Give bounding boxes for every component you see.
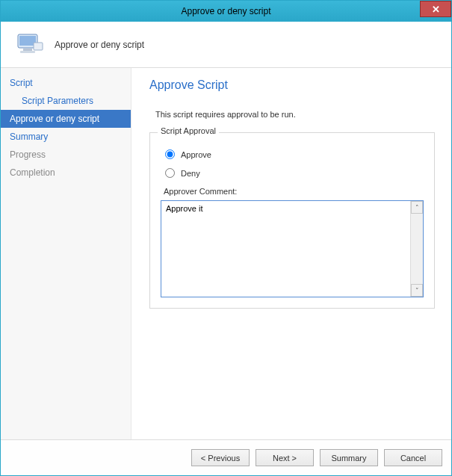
close-icon: ✕ xyxy=(432,4,440,15)
radio-approve-label: Approve xyxy=(181,150,211,159)
wizard-body: Script Script Parameters Approve or deny… xyxy=(1,68,451,439)
textarea-scrollbar[interactable]: ˄ ˅ xyxy=(410,201,423,297)
approver-comment-field-wrap: ˄ ˅ xyxy=(161,200,424,297)
sidebar-item-completion: Completion xyxy=(1,164,131,182)
svg-rect-4 xyxy=(34,43,43,50)
computer-monitor-icon xyxy=(16,32,44,58)
approver-comment-field[interactable] xyxy=(161,201,410,297)
wizard-footer: < Previous Next > Summary Cancel xyxy=(1,439,451,475)
radio-deny-input[interactable] xyxy=(165,168,175,178)
group-legend: Script Approval xyxy=(158,126,219,135)
sidebar-item-progress: Progress xyxy=(1,146,131,164)
approver-comment-label: Approver Comment: xyxy=(164,187,424,196)
scroll-up-icon[interactable]: ˄ xyxy=(411,201,423,214)
summary-button[interactable]: Summary xyxy=(320,449,378,466)
previous-button[interactable]: < Previous xyxy=(191,449,250,466)
sidebar-item-script-parameters[interactable]: Script Parameters xyxy=(1,92,131,110)
script-approval-group: Script Approval Approve Deny Approver Co… xyxy=(149,132,435,309)
wizard-content: Approve Script This script requires appr… xyxy=(131,68,451,439)
page-description: This script requires approval to be run. xyxy=(149,110,435,119)
sidebar-item-script[interactable]: Script xyxy=(1,74,131,92)
sidebar-item-approve-or-deny[interactable]: Approve or deny script xyxy=(1,110,131,128)
radio-approve-input[interactable] xyxy=(165,149,175,159)
window-title: Approve or deny script xyxy=(181,6,270,16)
titlebar: Approve or deny script ✕ xyxy=(1,1,451,22)
radio-approve[interactable]: Approve xyxy=(165,149,424,159)
radio-deny-label: Deny xyxy=(181,169,200,178)
wizard-header-label: Approve or deny script xyxy=(55,40,144,50)
sidebar-item-summary[interactable]: Summary xyxy=(1,128,131,146)
wizard-header: Approve or deny script xyxy=(1,22,451,68)
page-title: Approve Script xyxy=(149,78,435,92)
wizard-window: Approve or deny script ✕ Approve or deny… xyxy=(0,0,452,476)
scroll-down-icon[interactable]: ˅ xyxy=(411,284,423,297)
svg-rect-2 xyxy=(23,49,32,51)
radio-deny[interactable]: Deny xyxy=(165,168,424,178)
wizard-sidebar: Script Script Parameters Approve or deny… xyxy=(1,68,131,439)
close-button[interactable]: ✕ xyxy=(420,1,451,17)
cancel-button[interactable]: Cancel xyxy=(384,449,442,466)
svg-rect-3 xyxy=(20,51,35,53)
next-button[interactable]: Next > xyxy=(256,449,314,466)
